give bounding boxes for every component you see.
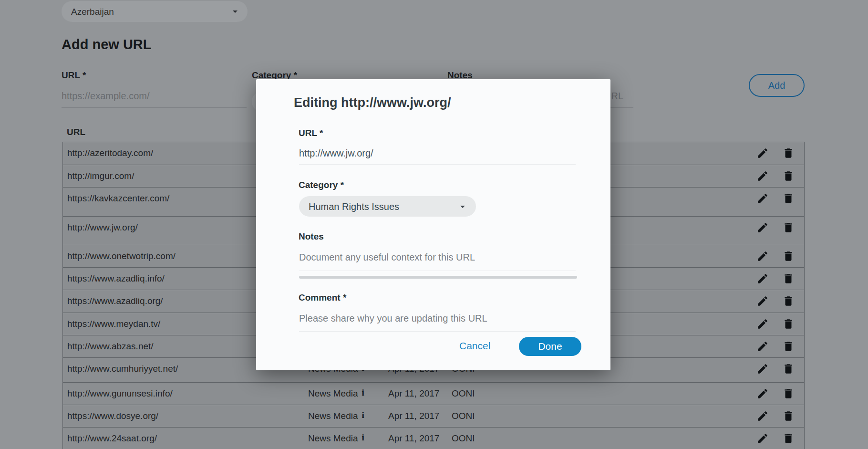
delete-button[interactable] bbox=[782, 318, 795, 331]
edit-button[interactable] bbox=[756, 295, 769, 308]
pencil-icon bbox=[756, 410, 769, 422]
url-cell: http://www.gununsesi.info/ bbox=[67, 389, 173, 398]
delete-button[interactable] bbox=[782, 295, 795, 308]
delete-button[interactable] bbox=[782, 147, 795, 160]
done-button[interactable]: Done bbox=[519, 337, 581, 356]
modal-notes-underline bbox=[299, 271, 576, 271]
pencil-icon bbox=[756, 387, 769, 400]
table-row: https://www.dosye.org/News MediaiApr 11,… bbox=[63, 405, 804, 428]
edit-button[interactable] bbox=[756, 147, 769, 160]
category-cell: News Mediai bbox=[308, 389, 364, 398]
category-label: Category * bbox=[252, 71, 297, 80]
pencil-icon bbox=[756, 295, 769, 307]
date-cell: Apr 11, 2017 bbox=[388, 389, 439, 398]
country-select-value: Azerbaijan bbox=[71, 7, 114, 17]
page-title: Add new URL bbox=[62, 38, 152, 52]
modal-url-underline bbox=[299, 164, 576, 165]
delete-button[interactable] bbox=[782, 170, 795, 183]
trash-icon bbox=[782, 387, 795, 400]
url-cell: http://www.24saat.org/ bbox=[67, 434, 157, 443]
delete-button[interactable] bbox=[782, 272, 795, 286]
edit-button[interactable] bbox=[756, 221, 769, 235]
page: Azerbaijan Add new URL URL * Category * … bbox=[0, 0, 868, 449]
url-cell: http://azeritoday.com/ bbox=[67, 148, 153, 157]
edit-button[interactable] bbox=[756, 170, 769, 183]
url-cell: https://www.azadliq.org/ bbox=[67, 296, 163, 305]
delete-button[interactable] bbox=[782, 432, 795, 446]
trash-icon bbox=[782, 432, 795, 445]
trash-icon bbox=[782, 295, 795, 307]
source-cell: OONI bbox=[452, 434, 475, 443]
country-select[interactable]: Azerbaijan bbox=[62, 1, 248, 22]
edit-button[interactable] bbox=[756, 387, 769, 401]
pencil-icon bbox=[756, 340, 769, 353]
trash-icon bbox=[782, 250, 795, 262]
trash-icon bbox=[782, 340, 795, 353]
url-cell: http://www.onetwotrip.com/ bbox=[67, 251, 176, 261]
delete-button[interactable] bbox=[782, 363, 795, 376]
category-cell: News Mediai bbox=[308, 411, 364, 420]
url-cell: https://www.meydan.tv/ bbox=[67, 319, 160, 328]
edit-button[interactable] bbox=[756, 272, 769, 286]
table-row: http://www.gununsesi.info/News MediaiApr… bbox=[63, 383, 804, 405]
source-cell: OONI bbox=[452, 411, 475, 420]
date-cell: Apr 11, 2017 bbox=[388, 411, 439, 420]
url-cell: http://www.abzas.net/ bbox=[67, 342, 154, 351]
section-divider bbox=[299, 276, 577, 279]
category-cell: News Mediai bbox=[308, 434, 364, 443]
trash-icon bbox=[782, 192, 795, 205]
url-cell: http://www.cumhuriyyet.net/ bbox=[67, 364, 178, 373]
notes-label: Notes bbox=[447, 71, 473, 80]
source-cell: OONI bbox=[452, 389, 475, 398]
trash-icon bbox=[782, 363, 795, 375]
table-row: http://www.24saat.org/News MediaiApr 11,… bbox=[63, 428, 804, 449]
delete-button[interactable] bbox=[782, 410, 795, 423]
delete-button[interactable] bbox=[782, 387, 795, 401]
edit-button[interactable] bbox=[756, 318, 769, 331]
delete-button[interactable] bbox=[782, 340, 795, 354]
url-cell: https://www.azadliq.info/ bbox=[67, 274, 165, 283]
pencil-icon bbox=[756, 170, 769, 182]
table-header-url: URL bbox=[67, 127, 85, 136]
modal-comment-label: Comment * bbox=[299, 293, 346, 302]
add-button[interactable]: Add bbox=[749, 74, 805, 97]
delete-button[interactable] bbox=[782, 221, 795, 235]
edit-url-modal: Editing http://www.jw.org/ URL * http://… bbox=[256, 79, 610, 370]
edit-button[interactable] bbox=[756, 363, 769, 376]
pencil-icon bbox=[756, 147, 769, 159]
url-input[interactable]: https://example.com/ bbox=[62, 91, 150, 101]
url-cell: http://imgur.com/ bbox=[67, 171, 134, 180]
modal-category-select[interactable]: Human Rights Issues bbox=[299, 196, 476, 217]
cancel-button[interactable]: Cancel bbox=[459, 341, 490, 351]
delete-button[interactable] bbox=[782, 192, 795, 206]
trash-icon bbox=[782, 410, 795, 422]
trash-icon bbox=[782, 272, 795, 285]
chevron-down-icon bbox=[229, 6, 241, 19]
edit-button[interactable] bbox=[756, 340, 769, 354]
info-icon: i bbox=[362, 410, 364, 420]
pencil-icon bbox=[756, 192, 769, 205]
edit-button[interactable] bbox=[756, 250, 769, 263]
modal-title: Editing http://www.jw.org/ bbox=[294, 96, 451, 109]
modal-category-label: Category * bbox=[299, 180, 344, 189]
modal-url-input[interactable]: http://www.jw.org/ bbox=[299, 148, 373, 158]
trash-icon bbox=[782, 170, 795, 182]
modal-category-value: Human Rights Issues bbox=[309, 202, 399, 211]
modal-notes-input[interactable]: Document any useful context for this URL bbox=[299, 252, 475, 262]
edit-button[interactable] bbox=[756, 432, 769, 446]
pencil-icon bbox=[756, 432, 769, 445]
delete-button[interactable] bbox=[782, 250, 795, 263]
modal-url-label: URL * bbox=[299, 128, 323, 137]
url-cell: https://kavkazcenter.com/ bbox=[67, 194, 169, 203]
info-icon: i bbox=[362, 387, 364, 397]
edit-button[interactable] bbox=[756, 192, 769, 206]
pencil-icon bbox=[756, 250, 769, 262]
pencil-icon bbox=[756, 272, 769, 285]
trash-icon bbox=[782, 221, 795, 234]
date-cell: Apr 11, 2017 bbox=[388, 434, 439, 443]
info-icon: i bbox=[362, 432, 364, 442]
modal-comment-input[interactable]: Please share why you are updating this U… bbox=[299, 313, 487, 323]
modal-notes-label: Notes bbox=[299, 232, 324, 241]
trash-icon bbox=[782, 318, 795, 330]
edit-button[interactable] bbox=[756, 410, 769, 423]
